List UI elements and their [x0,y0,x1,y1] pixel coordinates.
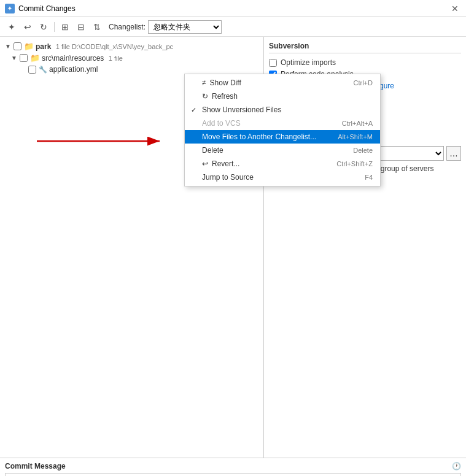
subversion-title: Subversion [269,42,461,53]
ctx-add-vcs-shortcut: Ctrl+Alt+A [342,120,373,127]
window-title: Commit Changes [18,4,449,13]
commit-message-section: Commit Message 🕐 忽略文件夹 [0,458,466,476]
tree-label-src: src\main\resources 1 file [42,54,123,63]
ctx-delete[interactable]: Delete Delete [185,144,380,157]
refresh-icon: ↻ [202,92,208,101]
diff-icon: ≠ [202,79,206,87]
tree-item-src[interactable]: ▼ 📁 src\main\resources 1 file [2,52,261,64]
ctx-refresh-label: Refresh [212,92,238,101]
upload-extra-btn[interactable]: … [446,146,461,161]
commit-message-input[interactable]: 忽略文件夹 [5,473,461,476]
changelist-select[interactable]: 忽略文件夹 [148,20,222,34]
changelist-label: Changelist: [109,23,146,31]
ctx-delete-label: Delete [202,146,223,155]
tree-label-yml: application.yml [49,65,98,74]
context-menu: ≠ Show Diff Ctrl+D ↻ Refresh ✓ Show Unve… [184,74,381,186]
ctx-delete-shortcut: Delete [353,147,373,154]
optimize-label: Optimize imports [281,58,336,67]
ctx-show-diff-shortcut: Ctrl+D [354,79,373,86]
ctx-show-unversioned[interactable]: ✓ Show Unversioned Files [185,103,380,117]
tree-checkbox-park[interactable] [14,42,21,50]
title-bar: ✦ Commit Changes ✕ [0,0,466,17]
ctx-move-files-label: Move Files to Another Changelist... [202,132,316,141]
left-panel: ▼ 📁 park 1 file D:\CODE\qlt_x\SVN\yey_ba… [0,37,264,458]
ctx-refresh[interactable]: ↻ Refresh [185,90,380,103]
check-icon: ✓ [191,106,196,114]
ctx-jump-source[interactable]: Jump to Source F4 [185,171,380,184]
ctx-revert-label: Revert... [212,159,239,168]
commit-msg-header: Commit Message 🕐 [5,462,461,470]
undo-btn[interactable]: ↩ [21,20,34,34]
revert-icon: ↩ [202,159,208,168]
ctx-move-files-shortcut: Alt+Shift+M [338,133,373,140]
sort2-btn[interactable]: ⇅ [90,20,104,34]
main-area: ▼ 📁 park 1 file D:\CODE\qlt_x\SVN\yey_ba… [0,37,466,458]
ctx-jump-source-label: Jump to Source [202,173,254,182]
commit-msg-title: Commit Message [5,462,66,470]
clock-icon[interactable]: 🕐 [452,462,461,470]
file-icon-yml: 🔧 [39,66,47,74]
ctx-move-files[interactable]: Move Files to Another Changelist... Alt+… [185,130,380,144]
tree-item-park[interactable]: ▼ 📁 park 1 file D:\CODE\qlt_x\SVN\yey_ba… [2,40,261,52]
add-btn[interactable]: ✦ [5,20,18,34]
folder-icon: 📁 [24,42,34,51]
sort-btn[interactable]: ⊟ [74,20,88,34]
optimize-imports-row: Optimize imports [269,58,461,67]
group-btn[interactable]: ⊞ [58,20,72,34]
optimize-checkbox[interactable] [269,59,277,67]
tree-label-park: park 1 file D:\CODE\qlt_x\SVN\yey_back_p… [36,42,173,51]
ctx-show-diff[interactable]: ≠ Show Diff Ctrl+D [185,76,380,90]
tree-checkbox-yml[interactable] [28,66,36,74]
ctx-show-unversioned-label: Show Unversioned Files [202,106,281,114]
ctx-revert[interactable]: ↩ Revert... Ctrl+Shift+Z [185,157,380,171]
folder-icon-src: 📁 [30,53,40,63]
tree-toggle-src[interactable]: ▼ [11,55,20,61]
toolbar: ✦ ↩ ↻ ⊞ ⊟ ⇅ Changelist: 忽略文件夹 [0,17,466,37]
tree-toggle[interactable]: ▼ [5,43,14,50]
separator [54,22,55,32]
app-icon: ✦ [5,4,15,13]
tree-checkbox-src[interactable] [20,54,28,62]
refresh-btn[interactable]: ↻ [37,20,50,34]
ctx-add-vcs: Add to VCS Ctrl+Alt+A [185,117,380,130]
ctx-add-vcs-label: Add to VCS [202,119,241,128]
close-button[interactable]: ✕ [449,2,461,15]
ctx-revert-shortcut: Ctrl+Shift+Z [336,160,373,167]
ctx-jump-source-shortcut: F4 [365,174,373,181]
ctx-show-diff-label: Show Diff [210,79,241,87]
